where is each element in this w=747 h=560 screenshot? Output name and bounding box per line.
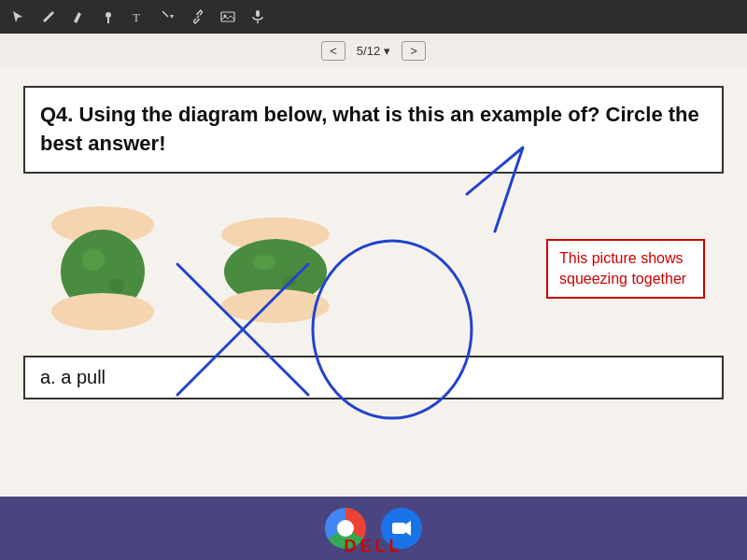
right-ball-svg (201, 192, 350, 337)
mic-tool[interactable] (248, 7, 267, 26)
annotation-text: This picture shows squeezing together (559, 248, 692, 290)
svg-point-12 (82, 248, 105, 271)
text-tool[interactable]: T (129, 7, 148, 26)
svg-rect-2 (221, 12, 234, 21)
dropdown-arrow[interactable]: ▾ (384, 44, 390, 58)
page-indicator: 5/12 ▾ (357, 44, 390, 58)
line-tool[interactable] (159, 7, 177, 26)
svg-point-13 (109, 278, 124, 293)
left-ball-svg (23, 192, 182, 337)
cursor-tool[interactable] (9, 7, 28, 26)
images-row: This picture shows squeezing together (23, 192, 724, 337)
pin-tool[interactable] (99, 7, 118, 26)
content-area: Q4. Using the diagram below, what is thi… (0, 67, 747, 497)
answer-a-text: a. a pull (40, 367, 707, 388)
svg-point-0 (106, 12, 111, 18)
svg-point-26 (282, 275, 297, 287)
svg-rect-35 (392, 523, 405, 534)
question-text: Q4. Using the diagram below, what is thi… (40, 101, 707, 159)
toolbar: T (0, 0, 747, 34)
left-ball-image (23, 192, 182, 337)
annotation-box: This picture shows squeezing together (546, 239, 705, 300)
svg-point-31 (291, 293, 316, 310)
answer-a-box: a. a pull (23, 356, 724, 399)
question-box: Q4. Using the diagram below, what is thi… (23, 86, 724, 174)
svg-marker-36 (405, 521, 411, 536)
marker-tool[interactable] (69, 7, 88, 26)
svg-text:T: T (133, 10, 140, 24)
svg-rect-4 (256, 10, 260, 17)
right-ball-image (201, 192, 359, 337)
image-tool[interactable] (218, 7, 237, 26)
navigation-bar: < 5/12 ▾ > (0, 34, 747, 67)
dell-brand: DELL (345, 537, 403, 556)
page-number: 5/12 (357, 44, 380, 58)
next-page-button[interactable]: > (402, 41, 426, 61)
svg-point-18 (118, 298, 144, 316)
link-tool[interactable] (189, 7, 207, 26)
prev-page-button[interactable]: < (321, 41, 345, 61)
pencil-tool[interactable] (39, 7, 58, 26)
svg-point-25 (253, 255, 275, 270)
